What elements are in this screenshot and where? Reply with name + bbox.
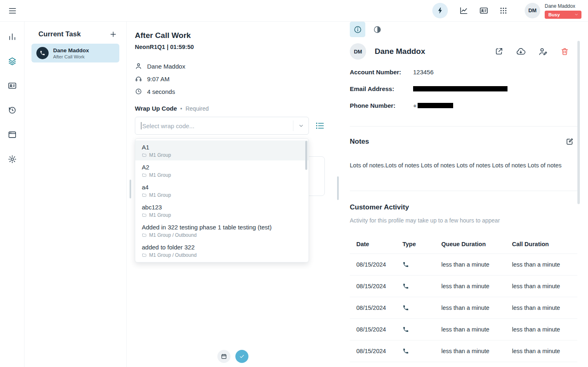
wrap-code-select[interactable]: Select wrap code... — [135, 117, 309, 135]
phone-prefix: + — [413, 102, 417, 109]
wrap-code-option[interactable]: a4 M1 Group — [135, 180, 309, 200]
email-row: Email Address: — [350, 80, 577, 97]
acw-panel: After Call Work NeonR1Q1 | 01:59:50 Dane… — [127, 22, 339, 367]
folder-icon — [142, 213, 147, 218]
delete-contact-button[interactable] — [560, 47, 569, 56]
dropdown-scrollbar[interactable] — [305, 141, 307, 170]
lightning-icon[interactable] — [432, 3, 448, 18]
avatar[interactable]: DM — [525, 3, 540, 18]
wrap-code-option-label: A1 — [142, 144, 302, 151]
activity-row: 08/15/2024 less than a minute less than … — [350, 254, 577, 276]
nav-dashboard[interactable] — [8, 32, 17, 41]
activity-date: 08/15/2024 — [356, 305, 402, 311]
acw-subtitle: NeonR1Q1 | 01:59:50 — [135, 44, 325, 50]
tab-compare[interactable] — [369, 22, 385, 37]
activity-call-duration: less than a minute — [512, 348, 577, 354]
topbar-user: DM Dane Maddox Busy — [525, 3, 581, 19]
activity-call-duration: less than a minute — [512, 305, 577, 311]
check-icon — [239, 353, 245, 360]
add-task-button[interactable] — [109, 30, 117, 38]
contact-name: Dane Maddox — [147, 63, 185, 70]
column-date: Date — [356, 241, 402, 247]
activity-row: 08/15/2024 less than a minute less than … — [350, 319, 577, 340]
layers-icon — [8, 57, 17, 66]
open-profile-button[interactable] — [494, 47, 503, 56]
column-queue-duration: Queue Duration — [441, 241, 512, 247]
download-profile-button[interactable] — [516, 47, 525, 56]
nav-windows[interactable] — [8, 130, 17, 139]
acw-actions — [127, 350, 339, 363]
gear-icon — [8, 155, 17, 164]
headset-icon — [135, 75, 142, 82]
call-start-time: 9:07 AM — [147, 76, 170, 82]
menu-icon[interactable] — [8, 6, 17, 16]
nav-history[interactable] — [8, 106, 17, 115]
chevron-down-icon — [298, 122, 304, 129]
activity-table-body: 08/15/2024 less than a minute less than … — [350, 254, 577, 362]
wrap-code-list-button[interactable] — [315, 121, 325, 131]
cloud-download-icon — [516, 47, 525, 56]
wrap-code-option[interactable]: Added in 322 testing phase 1 table testi… — [135, 220, 309, 240]
status-badge[interactable]: Busy — [545, 11, 581, 19]
current-task-panel: Current Task Dane Maddox After Call Work — [25, 22, 127, 367]
tab-info[interactable] — [350, 22, 365, 37]
activity-table-header: Date Type Queue Duration Call Duration — [350, 234, 577, 254]
wrap-code-option[interactable]: abc123 M1 Group — [135, 200, 309, 220]
call-duration: 4 seconds — [147, 88, 175, 95]
wrap-code-option-group: M1 Group — [149, 172, 171, 178]
wrap-code-option-group: M1 Group — [149, 152, 171, 158]
edit-notes-button[interactable] — [566, 137, 574, 146]
wrap-code-option-label: A2 — [142, 164, 302, 171]
wrap-code-option-group-row: M1 Group — [142, 152, 302, 158]
activity-row: 08/15/2024 less than a minute less than … — [350, 297, 577, 319]
panel-scrollbar-right[interactable] — [337, 176, 339, 200]
task-item[interactable]: Dane Maddox After Call Work — [31, 44, 119, 62]
phone-redacted-value — [418, 103, 453, 108]
column-type: Type — [402, 241, 441, 247]
column-call-duration: Call Duration — [512, 241, 577, 247]
wrap-code-listbox: A1 M1 Group A2 M1 Group a4 M1 Group abc1… — [135, 138, 309, 262]
panel-scrollbar-left[interactable] — [130, 180, 131, 198]
wrap-code-option[interactable]: A2 M1 Group — [135, 160, 309, 180]
nav-contacts[interactable] — [8, 81, 17, 90]
activity-queue-duration: less than a minute — [441, 305, 512, 311]
duration-row: 4 seconds — [135, 88, 325, 95]
activity-row: 08/15/2024 less than a minute less than … — [350, 276, 577, 297]
nav-settings[interactable] — [8, 155, 17, 164]
wrap-code-option-group: M1 Group — [149, 192, 171, 198]
call-type-icon — [402, 283, 441, 289]
topbar: DM Dane Maddox Busy — [0, 0, 588, 22]
activity-date: 08/15/2024 — [356, 261, 402, 268]
acw-title: After Call Work — [135, 31, 325, 40]
wrap-code-option-group: M1 Group / Outbound — [149, 232, 197, 238]
select-chevron[interactable] — [293, 120, 309, 131]
dialpad-icon[interactable] — [499, 7, 508, 15]
notes-text: Lots of notes.Lots of notes Lots of note… — [350, 162, 577, 169]
activity-table: Date Type Queue Duration Call Duration 0… — [350, 234, 577, 362]
notes-title: Notes — [350, 138, 369, 146]
edit-contact-button[interactable] — [538, 47, 548, 56]
wrap-code-option[interactable]: added to folder 322 M1 Group / Outbound — [135, 240, 309, 260]
plus-icon — [109, 30, 117, 38]
profile-scrollbar[interactable] — [577, 41, 580, 204]
line-chart-icon[interactable] — [459, 6, 468, 15]
call-time-row: 9:07 AM — [135, 75, 325, 82]
wrap-code-option-group: M1 Group / Outbound — [149, 252, 197, 258]
bar-chart-icon — [8, 32, 17, 41]
activity-queue-duration: less than a minute — [441, 348, 512, 354]
task-item-name: Dane Maddox — [53, 47, 89, 53]
email-label: Email Address: — [350, 85, 413, 92]
trash-icon — [560, 47, 569, 56]
profile-name: Dane Maddox — [375, 47, 425, 56]
folder-icon — [142, 193, 147, 198]
schedule-callback-button[interactable] — [217, 350, 230, 363]
phone-icon — [36, 47, 49, 59]
profile-fields: Account Number: 123456 Email Address: Ph… — [350, 64, 577, 114]
nav-tasks[interactable] — [8, 57, 17, 66]
email-redacted-value — [413, 86, 508, 91]
wrap-code-option[interactable]: A1 M1 Group — [135, 140, 309, 160]
activity-row: 08/15/2024 less than a minute less than … — [350, 340, 577, 362]
contact-card-icon[interactable] — [479, 6, 488, 15]
topbar-actions — [459, 6, 508, 15]
complete-task-button[interactable] — [235, 350, 248, 363]
